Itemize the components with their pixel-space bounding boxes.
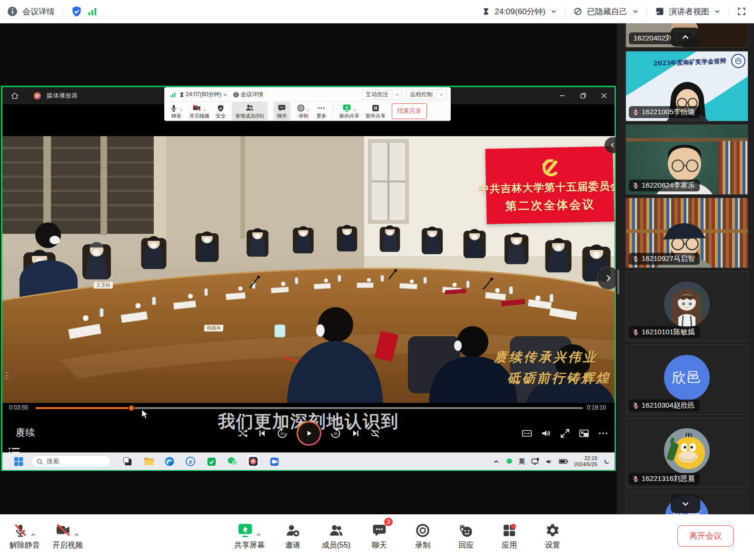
- apps-button[interactable]: 应用: [494, 521, 525, 550]
- invite-button[interactable]: 邀请: [278, 521, 308, 550]
- repeat-off-icon[interactable]: [369, 428, 381, 439]
- home-icon[interactable]: [10, 91, 20, 100]
- taskbar-search-input[interactable]: 搜索: [31, 455, 111, 468]
- page-prev-button[interactable]: [605, 137, 617, 153]
- apps-icon: [502, 523, 517, 538]
- view-dropdown-icon[interactable]: [714, 8, 721, 15]
- leave-meeting-button[interactable]: 离开会议: [677, 525, 734, 547]
- toolbar-video-button[interactable]: 开启视频: [189, 103, 209, 120]
- members-icon: [328, 523, 344, 538]
- tray-battery-icon[interactable]: [559, 458, 568, 465]
- remote-dropdown-icon[interactable]: [436, 90, 446, 100]
- tray-display-icon[interactable]: [531, 457, 539, 466]
- participant-tile[interactable]: 16221316刘思晨: [625, 418, 748, 488]
- next-track-icon[interactable]: [350, 428, 361, 439]
- meeting-video[interactable]: 中共吉林大学第十五届委员会 第二次全体会议 王玉柱 张国兴 赓续传承兴伟业 砥砺…: [2, 136, 615, 403]
- participant-tile[interactable]: 16220824李家乐: [625, 124, 748, 195]
- toolbar-chat-button[interactable]: 聊天: [274, 102, 290, 120]
- avatar: [664, 428, 710, 474]
- media-player-app-icon[interactable]: [246, 454, 260, 469]
- play-button[interactable]: [297, 421, 321, 446]
- unmute-dropdown-icon[interactable]: [30, 531, 37, 538]
- page-next-button[interactable]: [597, 267, 617, 290]
- divider: [729, 7, 729, 16]
- annotate-button[interactable]: 互动批注: [362, 90, 402, 100]
- meeting-info-icon[interactable]: [7, 6, 18, 17]
- hidden-self-label[interactable]: 已隐藏自己: [587, 6, 627, 17]
- meeting-app-icon[interactable]: [267, 454, 281, 469]
- tray-chevron-up-icon[interactable]: [493, 458, 500, 465]
- fullscreen-icon[interactable]: [737, 7, 746, 16]
- unmute-button[interactable]: 解除静音: [10, 521, 40, 550]
- toolbar-members-button[interactable]: 管理成员(55): [232, 102, 268, 120]
- remote-control-button[interactable]: 远程控制: [406, 90, 446, 100]
- forward-30-icon[interactable]: 30: [329, 427, 342, 440]
- toolbar-pause-share-button[interactable]: 暂停共享: [366, 103, 386, 120]
- taskbar-clock[interactable]: 22:15 2024/5/25: [574, 455, 597, 468]
- rewind-10-icon[interactable]: 10: [276, 427, 288, 440]
- toolbar-timer-dropdown-icon[interactable]: [222, 92, 228, 98]
- start-video-button[interactable]: 开启视频: [52, 521, 83, 550]
- hidden-self-dropdown-icon[interactable]: [632, 8, 639, 15]
- video-dropdown-icon[interactable]: [73, 531, 80, 538]
- restore-icon[interactable]: [573, 87, 594, 104]
- captions-icon[interactable]: [521, 428, 533, 439]
- toolbar-info-icon[interactable]: [233, 91, 239, 98]
- do-not-disturb-moon-icon[interactable]: [603, 458, 611, 465]
- svg-text:10: 10: [280, 431, 285, 436]
- mini-player-icon[interactable]: [578, 428, 590, 439]
- previous-track-icon[interactable]: [257, 428, 268, 439]
- toolbar-mute-button[interactable]: 静音: [169, 103, 183, 120]
- toolbar-meeting-details[interactable]: 会议详情: [240, 90, 263, 99]
- file-explorer-icon[interactable]: [141, 454, 156, 469]
- reactions-button[interactable]: 回应: [451, 521, 481, 550]
- participant-tile[interactable]: 16210101陈敏嫣: [625, 271, 748, 341]
- share-dropdown-icon[interactable]: [255, 531, 262, 538]
- view-mode-label[interactable]: 演讲者视图: [669, 6, 709, 17]
- volume-icon[interactable]: [540, 428, 552, 439]
- tray-wechat-icon[interactable]: [506, 458, 513, 465]
- chat-button[interactable]: 3 聊天: [364, 521, 395, 550]
- meeting-details-label[interactable]: 会议详情: [22, 6, 55, 17]
- toolbar-record-button[interactable]: 录制: [297, 103, 310, 120]
- sidebar-scrollbar[interactable]: [617, 270, 619, 294]
- participant-tile[interactable]: 欣邑 16210304赵欣邑: [625, 344, 748, 415]
- tray-volume-icon[interactable]: [545, 458, 553, 466]
- participant-tile[interactable]: 2023年度南矿奖学金答辩 16221005李怡璐: [625, 51, 748, 121]
- meeting-timer: 24:09(60分钟): [495, 6, 546, 17]
- toolbar-new-share-button[interactable]: 新的共享: [339, 103, 359, 120]
- expand-thumbnails-button[interactable]: [671, 494, 700, 513]
- end-share-button[interactable]: 结束共享: [392, 103, 427, 119]
- more-options-icon[interactable]: [597, 428, 609, 439]
- toolbar-more-button[interactable]: 更多: [317, 103, 327, 120]
- security-shield-icon[interactable]: [70, 5, 83, 18]
- settings-button[interactable]: 设置: [537, 521, 568, 550]
- participant-tile[interactable]: 16210927马启智: [625, 198, 748, 268]
- members-button[interactable]: 成员(55): [321, 521, 351, 550]
- shared-screen: 媒体播放器: [1, 86, 616, 471]
- record-button[interactable]: 录制: [407, 521, 438, 550]
- playlist-icon[interactable]: [7, 445, 21, 461]
- seek-handle[interactable]: [128, 405, 135, 411]
- fullscreen-video-icon[interactable]: [559, 428, 571, 439]
- minimize-icon[interactable]: [552, 87, 573, 104]
- annotate-dropdown-icon[interactable]: [392, 90, 402, 100]
- toolbar-security-button[interactable]: 安全: [216, 103, 226, 120]
- record-icon: [415, 523, 430, 538]
- ime-indicator[interactable]: 英: [519, 457, 525, 466]
- network-signal-icon[interactable]: [87, 6, 98, 17]
- green-app-icon[interactable]: [204, 454, 218, 469]
- seek-bar[interactable]: [36, 407, 583, 409]
- close-icon[interactable]: [594, 87, 615, 104]
- task-view-icon[interactable]: [120, 454, 135, 469]
- side-tab-icon[interactable]: [3, 371, 10, 382]
- search-placeholder: 搜索: [47, 457, 59, 466]
- edge-browser-icon[interactable]: [162, 454, 177, 469]
- timer-dropdown-icon[interactable]: [550, 8, 557, 15]
- ie-browser-icon[interactable]: e: [183, 454, 198, 469]
- collapse-thumbnails-button[interactable]: [671, 28, 700, 47]
- media-player-title: 媒体播放器: [47, 91, 78, 100]
- share-screen-button[interactable]: 共享屏幕: [234, 521, 265, 550]
- wechat-icon[interactable]: [225, 454, 239, 469]
- shuffle-icon[interactable]: [237, 428, 248, 439]
